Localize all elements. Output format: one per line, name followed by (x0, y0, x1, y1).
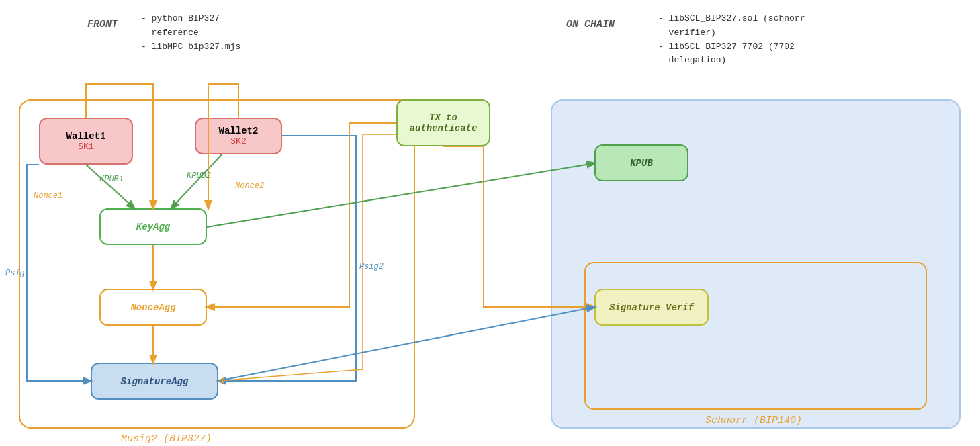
node-sigagg: SignatureAgg (91, 363, 218, 400)
label-psig2: Psig2 (359, 262, 384, 271)
node-wallet1: Wallet1 SK1 (39, 118, 133, 165)
label-front: FRONT (87, 19, 118, 30)
label-kpub2: KPUB2 (187, 171, 211, 181)
box-schnorr-label: Schnorr (BIP140) (705, 415, 802, 427)
box-musig2-label: Musig2 (BIP327) (121, 433, 212, 445)
label-nonce1: Nonce1 (34, 191, 62, 201)
node-keyagg: KeyAgg (99, 208, 207, 245)
label-kpub1: KPUB1 (99, 175, 124, 184)
node-wallet2: Wallet2 SK2 (195, 118, 282, 154)
node-sigverif: Signature Verif (594, 289, 709, 326)
label-onchain: ON CHAIN (566, 19, 615, 30)
node-tx: TX to authenticate (396, 99, 490, 146)
node-nonceagg: NonceAgg (99, 289, 207, 326)
label-psig1: Psig1 (5, 269, 30, 278)
label-nonce2: Nonce2 (235, 181, 264, 191)
box-schnorr (584, 262, 927, 410)
label-onchain-items: - libSCL_BIP327.sol (schnorr verifier) -… (658, 12, 805, 68)
diagram-area: FRONT - python BIP327 reference - libMPC… (0, 0, 980, 446)
label-front-items: - python BIP327 reference - libMPC bip32… (141, 12, 240, 54)
node-kpub: KPUB (594, 144, 688, 181)
